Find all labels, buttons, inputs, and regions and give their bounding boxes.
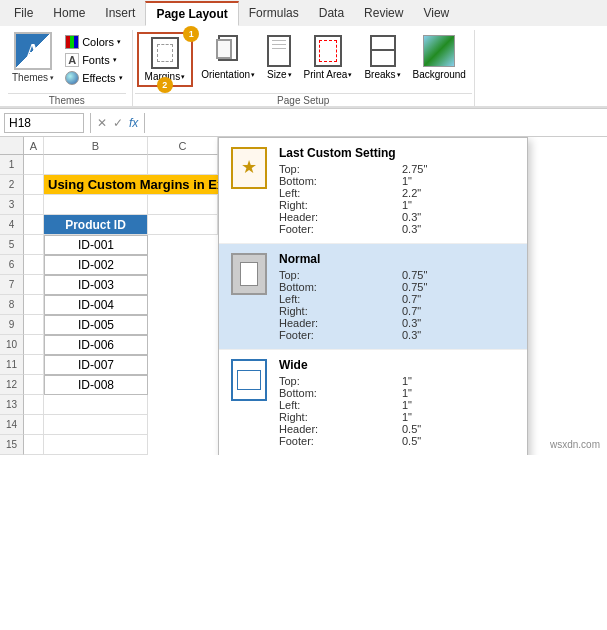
cell-a8[interactable]	[24, 295, 44, 315]
background-button[interactable]: Background	[407, 32, 472, 83]
name-box[interactable]	[4, 113, 84, 133]
margin-text-wide: Wide Top:1" Bottom:1" Left:1" Right:1" H…	[279, 358, 517, 447]
margin-text-last-custom: Last Custom Setting Top:2.75" Bottom:1" …	[279, 146, 517, 235]
margins-button[interactable]: 1 Margins▾ 2	[137, 32, 194, 87]
cell-a14[interactable]	[24, 415, 44, 435]
cell-id-8[interactable]: ID-008	[44, 375, 148, 395]
row-num-11: 11	[0, 355, 24, 375]
breaks-button[interactable]: Breaks▾	[358, 32, 406, 83]
tab-file[interactable]: File	[4, 2, 43, 24]
print-area-icon	[314, 35, 342, 67]
themes-group-label: Themes	[8, 93, 126, 106]
cell-a7[interactable]	[24, 275, 44, 295]
cell-a10[interactable]	[24, 335, 44, 355]
tab-page-layout[interactable]: Page Layout	[145, 1, 238, 26]
tab-home[interactable]: Home	[43, 2, 95, 24]
themes-group: A Themes ▾ Colors ▾ A Fonts	[4, 30, 133, 106]
row-num-12: 12	[0, 375, 24, 395]
cell-id-5[interactable]: ID-005	[44, 315, 148, 335]
row-num-13: 13	[0, 395, 24, 415]
cell-b15[interactable]	[44, 435, 148, 455]
breaks-label: Breaks▾	[364, 69, 400, 80]
main-area: A B C D E F G 1 2 Using Custom Margins i…	[0, 137, 607, 455]
themes-label: Themes ▾	[12, 72, 54, 83]
cell-a6[interactable]	[24, 255, 44, 275]
cell-c3[interactable]	[148, 195, 218, 215]
tab-review[interactable]: Review	[354, 2, 413, 24]
cell-id-1[interactable]: ID-001	[44, 235, 148, 255]
cell-id-7[interactable]: ID-007	[44, 355, 148, 375]
cancel-formula-icon[interactable]: ✕	[97, 116, 107, 130]
cell-a3[interactable]	[24, 195, 44, 215]
cell-id-2[interactable]: ID-002	[44, 255, 148, 275]
orientation-button[interactable]: Orientation▾	[195, 32, 261, 83]
cell-a9[interactable]	[24, 315, 44, 335]
orientation-label: Orientation▾	[201, 69, 255, 80]
cell-a5[interactable]	[24, 235, 44, 255]
margins-icon	[151, 37, 179, 69]
margin-option-normal[interactable]: Normal Top:0.75" Bottom:0.75" Left:0.7" …	[219, 244, 527, 350]
background-label: Background	[413, 69, 466, 80]
size-label: Size▾	[267, 69, 291, 80]
tab-insert[interactable]: Insert	[95, 2, 145, 24]
row-num-4: 4	[0, 215, 24, 235]
col-header-a: A	[24, 137, 44, 155]
cell-id-4[interactable]: ID-004	[44, 295, 148, 315]
orientation-icon	[216, 35, 240, 67]
margin-icon-last-custom: ★	[229, 146, 269, 190]
cell-a11[interactable]	[24, 355, 44, 375]
cell-a4[interactable]	[24, 215, 44, 235]
row-num-6: 6	[0, 255, 24, 275]
themes-icon: A	[14, 32, 52, 70]
row-num-14: 14	[0, 415, 24, 435]
cell-a13[interactable]	[24, 395, 44, 415]
margin-icon-wide	[229, 358, 269, 402]
breaks-icon	[370, 35, 396, 67]
page-setup-group: 1 Margins▾ 2 Orientati	[133, 30, 475, 106]
row-num-1: 1	[0, 155, 24, 175]
page-setup-group-label: Page Setup	[135, 93, 472, 106]
background-icon	[423, 35, 455, 67]
cell-a15[interactable]	[24, 435, 44, 455]
cell-b14[interactable]	[44, 415, 148, 435]
size-button[interactable]: Size▾	[261, 32, 297, 83]
cell-id-3[interactable]: ID-003	[44, 275, 148, 295]
insert-function-icon[interactable]: fx	[129, 116, 138, 130]
margins-badge2: 2	[157, 77, 173, 93]
tab-view[interactable]: View	[413, 2, 459, 24]
margin-option-last-custom[interactable]: ★ Last Custom Setting Top:2.75" Bottom:1…	[219, 138, 527, 244]
cell-b1[interactable]	[44, 155, 148, 175]
fonts-icon: A	[65, 53, 79, 67]
cell-id-6[interactable]: ID-006	[44, 335, 148, 355]
colors-dropdown-arrow: ▾	[117, 38, 121, 46]
tab-formulas[interactable]: Formulas	[239, 2, 309, 24]
formula-bar-separator	[90, 113, 91, 133]
cell-a1[interactable]	[24, 155, 44, 175]
margin-option-wide[interactable]: Wide Top:1" Bottom:1" Left:1" Right:1" H…	[219, 350, 527, 455]
cell-c1[interactable]	[148, 155, 218, 175]
confirm-formula-icon[interactable]: ✓	[113, 116, 123, 130]
cell-b3[interactable]	[44, 195, 148, 215]
fonts-dropdown-arrow: ▾	[113, 56, 117, 64]
ribbon: File Home Insert Page Layout Formulas Da…	[0, 0, 607, 109]
colors-button[interactable]: Colors ▾	[62, 34, 125, 50]
margin-text-normal: Normal Top:0.75" Bottom:0.75" Left:0.7" …	[279, 252, 517, 341]
corner-cell	[0, 137, 24, 155]
cell-a2[interactable]	[24, 175, 44, 195]
formula-input[interactable]	[151, 121, 603, 125]
tab-row: File Home Insert Page Layout Formulas Da…	[0, 0, 607, 26]
cell-product-id-header[interactable]: Product ID	[44, 215, 148, 235]
margins-dropdown: ★ Last Custom Setting Top:2.75" Bottom:1…	[218, 137, 528, 455]
row-num-10: 10	[0, 335, 24, 355]
cell-a12[interactable]	[24, 375, 44, 395]
row-num-15: 15	[0, 435, 24, 455]
themes-sub-buttons: Colors ▾ A Fonts ▾ Effects ▾	[62, 34, 125, 86]
cell-c4[interactable]	[148, 215, 218, 235]
themes-button[interactable]: A Themes ▾	[8, 30, 58, 85]
fonts-button[interactable]: A Fonts ▾	[62, 52, 125, 68]
cell-b13[interactable]	[44, 395, 148, 415]
tab-data[interactable]: Data	[309, 2, 354, 24]
effects-button[interactable]: Effects ▾	[62, 70, 125, 86]
print-area-button[interactable]: Print Area▾	[298, 32, 359, 83]
colors-icon	[65, 35, 79, 49]
